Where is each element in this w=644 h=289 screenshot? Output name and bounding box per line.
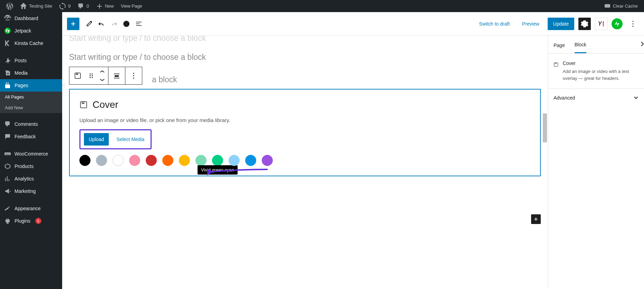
yoast-indicator: ⁞	[602, 22, 604, 26]
menu-dashboard[interactable]: Dashboard	[0, 12, 62, 25]
menu-media[interactable]: Media	[0, 67, 62, 79]
clear-cache[interactable]: Clear Cache	[600, 0, 641, 12]
menu-analytics[interactable]: Analytics	[0, 173, 62, 185]
svg-rect-20	[80, 102, 87, 108]
align-icon	[113, 72, 121, 80]
tab-block[interactable]: Block	[575, 36, 586, 53]
menu-feedback[interactable]: Feedback	[0, 130, 62, 143]
dashboard-icon	[4, 15, 11, 22]
yoast-button[interactable]: Y⁞	[595, 18, 607, 30]
analytics-icon	[4, 175, 11, 182]
media-buttons-group: Upload Select Media	[79, 129, 152, 149]
svg-point-12	[92, 74, 93, 75]
svg-point-9	[633, 26, 634, 27]
toolbar-drag-handle[interactable]	[86, 67, 96, 84]
toolbar-more[interactable]	[125, 67, 142, 84]
toolbar-align[interactable]	[108, 67, 125, 84]
jetpack-button[interactable]	[612, 18, 623, 29]
menu-posts[interactable]: Posts	[0, 54, 62, 67]
preview-button[interactable]: Preview	[518, 18, 544, 29]
updates-icon	[59, 3, 66, 10]
select-media-button[interactable]: Select Media	[114, 133, 147, 146]
swatch-pale-cyan-blue[interactable]	[229, 155, 240, 166]
products-icon	[4, 163, 11, 170]
menu-jetpack[interactable]: Jetpack	[0, 25, 62, 37]
svg-point-17	[133, 73, 134, 74]
menu-posts-label: Posts	[15, 58, 27, 63]
chevron-up-icon	[98, 67, 106, 76]
upload-button[interactable]: Upload	[84, 133, 109, 146]
submenu-add-new[interactable]: Add New	[0, 102, 62, 113]
svg-point-7	[633, 21, 634, 22]
swatch-tooltip: Vivid green cyan	[198, 165, 238, 175]
pencil-icon	[85, 20, 93, 28]
menu-products[interactable]: Products	[0, 160, 62, 173]
comments[interactable]: 0	[74, 0, 92, 12]
toolbar-block-type[interactable]	[69, 67, 86, 84]
advanced-panel-toggle[interactable]: Advanced	[548, 89, 644, 107]
woo-icon: woo	[4, 150, 11, 157]
swatch-white[interactable]	[113, 155, 124, 166]
admin-bar: Testing Site 9 0 New View Page Clear Cac…	[0, 0, 644, 12]
swatch-vivid-cyan-blue[interactable]	[245, 155, 256, 166]
swatch-cyan-bluish-gray[interactable]	[96, 155, 107, 166]
gear-icon	[580, 20, 589, 28]
new-content[interactable]: New	[93, 0, 117, 12]
append-block-button[interactable]	[531, 214, 541, 224]
submenu-all-pages[interactable]: All Pages	[0, 92, 62, 102]
toolbar-movers[interactable]	[96, 67, 108, 84]
redo-button[interactable]	[108, 18, 120, 30]
block-toolbar	[69, 67, 142, 85]
swatch-vivid-purple[interactable]	[262, 155, 273, 166]
info-button[interactable]	[120, 18, 133, 30]
settings-button[interactable]	[578, 18, 591, 30]
tab-page[interactable]: Page	[554, 36, 565, 53]
plugins-icon	[4, 217, 11, 224]
menu-comments[interactable]: Comments	[0, 118, 62, 130]
swatch-pale-pink[interactable]	[129, 155, 140, 166]
swatch-vivid-green-cyan[interactable]	[212, 155, 223, 166]
scrollbar[interactable]	[542, 36, 547, 289]
admin-menu: Dashboard Jetpack Kinsta Cache Posts Med…	[0, 12, 62, 289]
menu-comments-label: Comments	[15, 121, 38, 127]
new-label: New	[105, 3, 114, 9]
chevron-down-icon	[634, 95, 638, 100]
menu-pages[interactable]: Pages	[0, 79, 62, 92]
block-placeholder[interactable]: Start writing or type / to choose a bloc…	[69, 36, 541, 48]
block-placeholder[interactable]: Start writing or type / to choose a bloc…	[69, 48, 541, 67]
menu-kinsta[interactable]: Kinsta Cache	[0, 37, 62, 49]
site-name[interactable]: Testing Site	[17, 0, 56, 12]
swatch-light-green-cyan[interactable]	[195, 155, 206, 166]
menu-woocommerce[interactable]: woo WooCommerce	[0, 148, 62, 160]
svg-rect-21	[554, 63, 558, 67]
updates[interactable]: 9	[56, 0, 74, 12]
view-page-label: View Page	[121, 3, 142, 9]
update-button[interactable]: Update	[548, 18, 574, 30]
menu-appearance[interactable]: Appearance	[0, 202, 62, 215]
svg-point-11	[90, 74, 91, 75]
view-page[interactable]: View Page	[117, 0, 146, 12]
cover-title: Cover	[93, 99, 118, 110]
switch-draft-button[interactable]: Switch to draft	[475, 18, 514, 29]
menu-plugins[interactable]: Plugins 5	[0, 215, 62, 227]
cover-block[interactable]: Cover Upload an image or video file, or …	[69, 89, 541, 176]
swatch-luminous-vivid-amber[interactable]	[179, 155, 190, 166]
chevron-right-icon[interactable]	[641, 41, 644, 47]
outline-button[interactable]	[133, 18, 145, 30]
appearance-icon	[4, 205, 11, 212]
undo-button[interactable]	[95, 18, 108, 30]
redo-icon	[110, 20, 118, 28]
swatch-luminous-vivid-orange[interactable]	[162, 155, 173, 166]
menu-marketing[interactable]: Marketing	[0, 185, 62, 197]
swatch-vivid-red[interactable]	[146, 155, 157, 166]
cover-icon	[74, 72, 82, 80]
more-options-button[interactable]	[627, 18, 639, 30]
more-icon	[129, 72, 138, 80]
swatch-black[interactable]	[79, 155, 90, 166]
add-block-button[interactable]	[67, 18, 79, 30]
color-swatches: Vivid green cyan	[79, 155, 530, 166]
wordpress-logo[interactable]	[3, 0, 17, 12]
plus-icon	[69, 20, 77, 28]
edit-mode-button[interactable]	[83, 18, 95, 30]
svg-point-18	[133, 75, 134, 76]
